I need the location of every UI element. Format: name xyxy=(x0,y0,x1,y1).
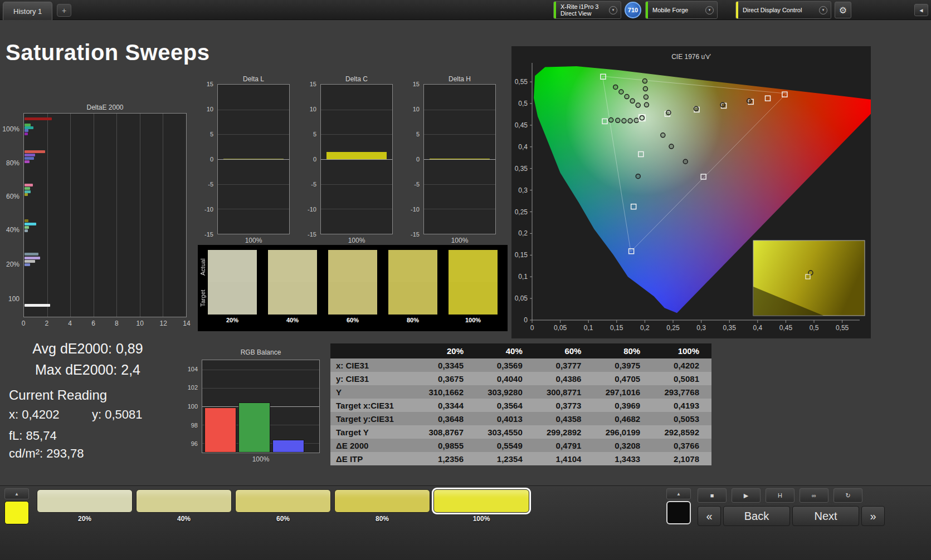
table-cell: 0,4791 xyxy=(535,439,594,452)
axis-tick-label: 0 xyxy=(22,320,26,327)
saturation-patch-80%[interactable]: 80% xyxy=(334,489,430,525)
table-cell: 303,9280 xyxy=(476,385,535,399)
stop-button[interactable]: ■ xyxy=(698,488,727,503)
deltae-bar xyxy=(25,117,52,120)
measured-point xyxy=(630,99,635,103)
blue-bar xyxy=(272,440,304,453)
actual-swatch xyxy=(208,250,257,282)
saturation-patch-20%[interactable]: 20% xyxy=(37,489,133,525)
swatch-40% xyxy=(268,250,317,315)
axis-tick-label: 10 xyxy=(207,106,213,112)
loop-button[interactable]: ∞ xyxy=(800,488,828,503)
table-cell: 292,8592 xyxy=(652,425,711,439)
row-label: Target y:CIE31 xyxy=(330,412,417,425)
deltae2000-chart: DeltaE 2000 100%80%60%40%20%100 02468101… xyxy=(4,103,201,334)
history-tab[interactable]: History 1 xyxy=(3,2,52,20)
red-bar xyxy=(204,407,236,453)
patch-swatch xyxy=(37,489,133,513)
row-label: Target Y xyxy=(330,425,417,439)
table-cell: 2,1078 xyxy=(652,452,711,465)
table-cell: 0,3208 xyxy=(593,439,652,452)
display-accent-stripe xyxy=(736,2,738,18)
axis-tick-label: 0,25 xyxy=(666,324,680,332)
axis-tick-label: 0 xyxy=(524,316,528,324)
saturation-patch-60%[interactable]: 60% xyxy=(235,489,331,525)
h-marker-button[interactable]: H xyxy=(766,488,794,503)
gridline xyxy=(202,388,319,389)
collapse-panel-button[interactable]: ◄ xyxy=(914,4,928,16)
table-cell: 0,5549 xyxy=(476,439,535,452)
axis-tick-label: 10 xyxy=(310,106,316,112)
add-tab-button[interactable]: + xyxy=(57,4,71,17)
swatch-60% xyxy=(328,250,377,315)
display-name: Direct Display Control xyxy=(743,7,814,13)
measured-point xyxy=(628,119,632,123)
measured-point xyxy=(720,102,725,107)
delta-c-chart-title: Delta C xyxy=(320,75,393,83)
table-row: Y310,1662303,9280300,8771297,1016293,776… xyxy=(330,385,711,399)
swatch-20% xyxy=(208,250,257,315)
next-button[interactable]: Next xyxy=(792,506,859,526)
delta-h-x-label: 100% xyxy=(423,237,496,244)
table-cell: 1,4104 xyxy=(535,452,594,465)
axis-tick-label: 10 xyxy=(137,320,144,327)
play-button[interactable]: ▶ xyxy=(732,488,761,503)
stop-icon: ■ xyxy=(710,492,714,499)
delta-c-plot-area xyxy=(320,84,393,234)
axis-tick-label: 0,1 xyxy=(518,273,528,281)
axis-tick-label: 14 xyxy=(183,320,190,327)
table-cell: 0,4013 xyxy=(476,412,535,425)
avg-de2000-reading: Avg dE2000: 0,89 xyxy=(17,341,159,357)
axis-tick-label: 0,25 xyxy=(515,208,528,216)
swatch-80% xyxy=(388,250,437,315)
measured-point xyxy=(747,99,752,103)
refresh-button[interactable]: ↻ xyxy=(833,488,862,503)
measured-point xyxy=(609,118,613,122)
result-up-button[interactable]: ▲ xyxy=(666,488,691,499)
settings-button[interactable]: ⚙ xyxy=(835,2,851,18)
axis-tick-label: 0 xyxy=(210,156,213,163)
measured-point xyxy=(619,90,623,94)
axis-tick-label: 12 xyxy=(159,320,167,327)
column-header: 80% xyxy=(593,343,652,358)
workflow-dropdown[interactable]: Mobile Forge ▾ xyxy=(645,1,718,19)
table-cell: 300,8771 xyxy=(535,385,594,399)
deltae-bar xyxy=(25,263,30,266)
display-control-dropdown[interactable]: Direct Display Control ▾ xyxy=(735,1,831,19)
delta-c-x-label: 100% xyxy=(320,237,393,244)
axis-tick-label: 0,3 xyxy=(696,324,706,332)
result-swatch-button[interactable] xyxy=(666,501,691,524)
axis-tick-label: 0 xyxy=(313,156,316,163)
current-y-reading: y: 0,5081 xyxy=(92,407,143,422)
meter-count-badge[interactable]: 710 xyxy=(625,2,641,18)
saturation-patch-100%[interactable]: 100% xyxy=(433,489,529,525)
delta-l-plot-area xyxy=(217,84,290,234)
axis-tick-label: 10 xyxy=(413,106,420,112)
column-header: 60% xyxy=(535,343,594,358)
back-button[interactable]: Back xyxy=(723,506,790,526)
current-sample-swatch[interactable] xyxy=(4,501,29,524)
chevron-down-icon: ▾ xyxy=(705,6,714,14)
measured-point xyxy=(642,79,647,83)
table-cell: 0,4386 xyxy=(535,372,594,385)
table-cell: 0,3777 xyxy=(535,358,594,372)
axis-tick-label: 0,55 xyxy=(515,78,528,86)
row-label: Y xyxy=(330,385,417,399)
saturation-patch-40%[interactable]: 40% xyxy=(136,489,232,525)
meter-dropdown[interactable]: X-Rite i1Pro 3 Direct View ▾ xyxy=(553,1,621,19)
forward-page-button[interactable]: » xyxy=(861,506,885,526)
table-cell: 0,3564 xyxy=(476,399,535,412)
swatch-label: 60% xyxy=(328,317,377,323)
gridline xyxy=(424,159,495,160)
prev-page-button[interactable]: « xyxy=(698,506,721,526)
sample-up-button[interactable]: ▲ xyxy=(4,488,29,499)
axis-tick-label: -10 xyxy=(204,206,213,213)
delta-l-y-axis: 151050-5-10-15 xyxy=(198,84,216,234)
axis-tick-label: 5 xyxy=(416,131,420,137)
deltae-bar xyxy=(25,193,28,196)
workflow-name: Mobile Forge xyxy=(652,7,700,13)
table-cell: 0,3569 xyxy=(476,358,535,372)
measured-point xyxy=(634,118,638,122)
rgb-balance-chart: RGB Balance 1041021009896 100% xyxy=(184,346,324,466)
deltae-bar xyxy=(25,304,50,307)
